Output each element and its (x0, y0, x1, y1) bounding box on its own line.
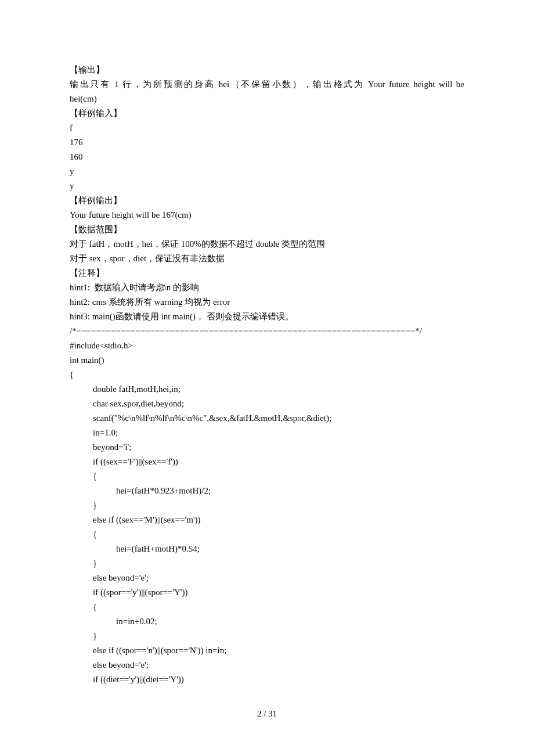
text-line: if ((sex=='F')||(sex=='f')) (70, 455, 464, 469)
text-line: scanf("%c\n%lf\n%lf\n%c\n%c",&sex,&fatH,… (70, 411, 464, 426)
text-line: hint3: main()函数请使用 int main()， 否则会提示编译错误… (70, 309, 464, 324)
text-line: f (70, 121, 464, 135)
text-line: else beyond='e'; (70, 571, 464, 585)
text-line: Your future height will be 167(cm) (70, 208, 464, 222)
text-line: 【注释】 (70, 266, 464, 280)
text-line: beyond='i'; (70, 440, 464, 455)
text-line: 输出只有 1 行，为所预测的身高 hei（不保留小数），输出格式为 Your f… (70, 77, 464, 92)
text-line: 【样例输入】 (70, 106, 464, 121)
text-line: #include<stdio.h> (70, 339, 464, 353)
text-line: else if ((sex=='M')||(sex=='m')) (70, 513, 464, 527)
text-line: 160 (70, 150, 464, 164)
text-line: 【样例输出】 (70, 193, 464, 208)
text-line: { (70, 527, 464, 542)
text-line: else beyond='e'; (70, 658, 464, 672)
text-line: 对于 sex，spor，diet，保证没有非法数据 (70, 251, 464, 266)
text-line: char sex,spor,diet,beyond; (70, 397, 464, 411)
text-line: /*======================================… (70, 324, 464, 339)
page-number: 2 / 31 (0, 707, 534, 721)
text-line: hint2: cms 系统将所有 warning 均视为 error (70, 295, 464, 309)
text-line: } (70, 556, 464, 571)
text-line: { (70, 469, 464, 484)
text-line: else if ((spor=='n')||(spor=='N')) in=in… (70, 643, 464, 658)
text-line: hint1: 数据输入时请考虑\n 的影响 (70, 280, 464, 295)
text-line: } (70, 629, 464, 643)
text-line: { (70, 368, 464, 382)
text-line: if ((spor=='y')||(spor=='Y')) (70, 585, 464, 600)
text-line: } (70, 498, 464, 513)
text-line: y (70, 179, 464, 193)
text-line: double fatH,motH,hei,in; (70, 382, 464, 397)
text-line: hei(cm) (70, 92, 464, 106)
text-line: int main() (70, 353, 464, 368)
text-line: in=in+0.02; (70, 614, 464, 629)
text-line: if ((diet=='y')||(diet=='Y')) (70, 672, 464, 687)
text-line: in=1.0; (70, 426, 464, 440)
document-body: 【输出】输出只有 1 行，为所预测的身高 hei（不保留小数），输出格式为 Yo… (70, 63, 464, 687)
text-line: y (70, 164, 464, 179)
text-line: 176 (70, 135, 464, 150)
text-line: hei=(fatH*0.923+motH)/2; (70, 484, 464, 498)
text-line: 【输出】 (70, 63, 464, 77)
text-line: { (70, 600, 464, 614)
text-line: 对于 fatH，motH，hei，保证 100%的数据不超过 double 类型… (70, 237, 464, 251)
document-page: 【输出】输出只有 1 行，为所预测的身高 hei（不保留小数），输出格式为 Yo… (0, 0, 534, 756)
text-line: 【数据范围】 (70, 222, 464, 237)
text-line: hei=(fatH+motH)*0.54; (70, 542, 464, 556)
